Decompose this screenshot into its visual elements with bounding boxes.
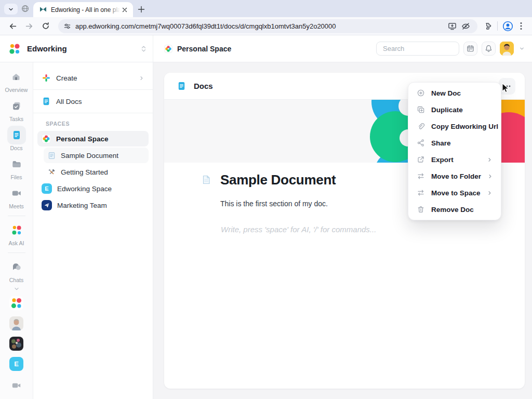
rail-divider	[8, 252, 25, 253]
rail-divider	[8, 216, 25, 216]
sidebar-item-edworking-space[interactable]: E Edworking Space	[37, 181, 149, 196]
chevron-right-icon	[487, 190, 493, 196]
create-plus-icon	[42, 73, 51, 83]
chevron-right-icon	[139, 75, 144, 81]
folder-icon	[7, 155, 26, 174]
all-docs-item[interactable]: All Docs	[33, 90, 153, 113]
url-text[interactable]: app.edworking.com/cmetmj7wq00073d6fql39d…	[75, 22, 445, 30]
account-chevron-icon[interactable]	[519, 46, 525, 51]
breadcrumb: Personal Space	[164, 45, 376, 53]
create-button[interactable]: Create	[33, 66, 153, 89]
plus-circle-icon	[417, 89, 425, 97]
user-avatar[interactable]	[500, 42, 514, 56]
extensions-icon[interactable]	[481, 19, 494, 33]
browser-window: Edworking - All in one platfo app.edwork…	[0, 0, 532, 399]
toolbar-actions	[481, 19, 528, 33]
doc-context-menu: New Doc Duplicate Copy Edworking Url Sha…	[408, 82, 501, 220]
browser-menu-icon[interactable]	[514, 19, 528, 33]
rail-item-chats[interactable]: Chats	[7, 258, 26, 283]
header-actions	[376, 42, 525, 56]
icon-rail: Overview Tasks Docs Files Meets Ask AI	[0, 62, 33, 399]
globe-icon[interactable]	[21, 5, 29, 12]
favicon-edworking	[39, 6, 47, 13]
menu-item-copy-url[interactable]: Copy Edworking Url	[408, 118, 501, 135]
site-settings-icon[interactable]	[63, 22, 71, 30]
menu-item-new-doc[interactable]: New Doc	[408, 85, 501, 101]
all-docs-label: All Docs	[56, 98, 144, 105]
trash-icon	[417, 205, 425, 214]
workspace-name: Edworking	[27, 44, 141, 53]
page-title: Personal Space	[177, 45, 231, 53]
menu-item-move-to-folder[interactable]: Move to Folder	[408, 168, 501, 184]
install-app-icon[interactable]	[445, 19, 459, 33]
tab-title: Edworking - All in one platfo	[51, 6, 120, 14]
edworking-logo	[8, 43, 21, 55]
swap-arrows-icon	[417, 189, 425, 197]
browser-tab[interactable]: Edworking - All in one platfo	[33, 2, 133, 17]
chat-space-avatar-e[interactable]: E	[9, 357, 23, 371]
chat-user-avatar-2[interactable]	[9, 337, 23, 351]
tasks-icon	[7, 97, 26, 115]
meeting-camera-icon[interactable]	[11, 380, 22, 391]
sidebar-item-label: Getting Started	[61, 168, 144, 176]
app-header: Edworking Personal Space	[0, 35, 532, 62]
spaces-heading: SPACES	[33, 113, 153, 131]
sidebar-item-label: Personal Space	[56, 135, 144, 143]
sidebar-item-sample-document[interactable]: Sample Document	[44, 148, 149, 163]
menu-item-move-to-space[interactable]: Move to Space	[408, 184, 501, 201]
chevron-right-icon	[487, 157, 493, 163]
create-label: Create	[56, 74, 134, 82]
home-icon	[7, 68, 25, 86]
menu-item-remove-doc[interactable]: Remove Doc	[408, 201, 501, 218]
rail-item-meets[interactable]: Meets	[7, 184, 26, 209]
main-header: Personal Space	[153, 35, 532, 62]
menu-item-export[interactable]: Export	[408, 151, 501, 168]
rail-item-tasks[interactable]: Tasks	[7, 97, 26, 122]
rail-item-overview[interactable]: Overview	[5, 68, 28, 93]
chats-collapse-icon[interactable]	[14, 286, 20, 292]
sidebar-item-label: Edworking Space	[57, 185, 144, 193]
chat-user-avatar-1[interactable]	[9, 316, 23, 330]
workspace-header: Edworking	[0, 35, 153, 62]
edworking-dots-icon	[7, 221, 26, 240]
workspace-switcher-icon[interactable]	[141, 45, 147, 52]
browser-toolbar: app.edworking.com/cmetmj7wq00073d6fql39d…	[0, 17, 532, 35]
pinwheel-icon	[42, 134, 51, 143]
url-bar[interactable]: app.edworking.com/cmetmj7wq00073d6fql39d…	[58, 19, 477, 33]
share-icon	[417, 139, 425, 147]
docs-panel-icon	[177, 81, 187, 91]
back-button[interactable]	[6, 19, 19, 33]
rail-item-files[interactable]: Files	[7, 155, 26, 180]
rail-item-ask-ai[interactable]: Ask AI	[7, 221, 26, 246]
doc-placeholder[interactable]: Write, press 'space' for AI, '/' for com…	[221, 225, 525, 234]
tab-search-button[interactable]	[4, 4, 18, 15]
profile-icon[interactable]	[501, 19, 514, 33]
paper-plane-icon	[42, 200, 52, 210]
calendar-button[interactable]	[463, 42, 477, 56]
menu-item-duplicate[interactable]: Duplicate	[408, 101, 501, 118]
forward-button[interactable]	[22, 19, 36, 33]
new-tab-button[interactable]	[136, 4, 146, 14]
sidebar-item-personal-space[interactable]: Personal Space	[37, 131, 149, 147]
page-icon	[48, 152, 56, 159]
menu-item-share[interactable]: Share	[408, 135, 501, 151]
tools-icon	[48, 168, 56, 176]
export-icon	[417, 155, 425, 164]
eye-off-icon[interactable]	[459, 19, 472, 33]
chat-edworking-logo-avatar[interactable]	[9, 296, 23, 310]
space-badge-e: E	[42, 183, 52, 194]
duplicate-icon	[417, 105, 425, 114]
sidebar-item-getting-started[interactable]: Getting Started	[44, 164, 149, 180]
chevron-right-icon	[487, 174, 493, 179]
sidebar-item-marketing-team[interactable]: Marketing Team	[37, 197, 149, 213]
rail-item-docs[interactable]: Docs	[7, 126, 26, 151]
reload-button[interactable]	[39, 19, 52, 33]
doc-icon	[7, 126, 26, 144]
notifications-button[interactable]	[482, 42, 496, 56]
toolbar-separator	[497, 21, 498, 31]
all-docs-icon	[42, 97, 51, 106]
link-icon	[417, 122, 425, 130]
doc-title[interactable]: Sample Document	[220, 172, 336, 188]
tab-close-icon[interactable]	[120, 5, 129, 14]
search-input[interactable]	[376, 42, 459, 56]
